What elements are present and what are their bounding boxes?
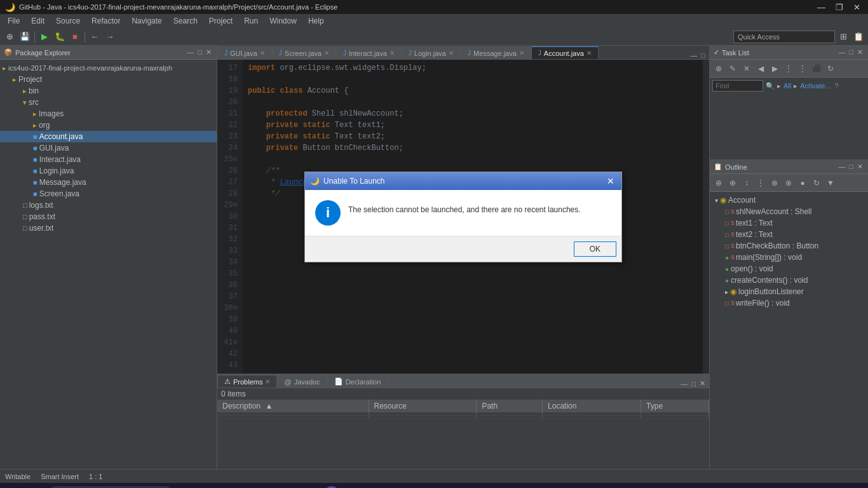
outline-item-text1[interactable]: □ S text1 : Text [710, 217, 868, 229]
tree-item-accountjava[interactable]: ■ Account.java [0, 131, 217, 142]
task-btn-7[interactable]: ⋮ [796, 62, 809, 75]
maximize-bottom-button[interactable]: □ [690, 380, 697, 388]
tree-item-guijava[interactable]: ■ GUI.java [0, 142, 217, 154]
task-btn-9[interactable]: ↻ [824, 62, 837, 75]
tab-close-icon[interactable]: ✕ [324, 50, 329, 57]
tab-guijava[interactable]: J GUI.java ✕ [217, 46, 272, 59]
outline-item-open[interactable]: ● open() : void [710, 263, 868, 274]
dialog-close-button[interactable]: ✕ [605, 176, 616, 186]
menu-navigate[interactable]: Navigate [126, 15, 166, 27]
outline-btn-5[interactable]: ⊗ [768, 177, 781, 189]
menu-project[interactable]: Project [204, 15, 238, 27]
tab-javadoc[interactable]: @ Javadoc [277, 375, 327, 388]
tree-item-org[interactable]: ▸ org [0, 119, 217, 131]
menu-refactor[interactable]: Refactor [86, 15, 125, 27]
tree-item-interactjava[interactable]: ■ Interact.java [0, 154, 217, 165]
tree-item-bin[interactable]: ▸ bin [0, 85, 217, 97]
close-button[interactable]: ✕ [851, 3, 863, 12]
outline-item-shl[interactable]: □ S shlNewAccount : Shell [710, 206, 868, 217]
stop-button[interactable]: ■ [68, 30, 82, 44]
close-panel-button[interactable]: ✕ [205, 48, 213, 57]
run-button[interactable]: ▶ [37, 30, 51, 44]
maximize-outline-button[interactable]: □ [848, 163, 855, 171]
maximize-task-button[interactable]: □ [848, 48, 855, 57]
task-help-icon[interactable]: ? [835, 82, 839, 90]
tab-screenjava[interactable]: J Screen.java ✕ [272, 46, 336, 59]
outline-item-main[interactable]: ● S main(String[]) : void [710, 252, 868, 263]
tree-item-messagejava[interactable]: ■ Message.java [0, 177, 217, 188]
tab-interactjava[interactable]: J Interact.java ✕ [336, 46, 402, 59]
task-btn-8[interactable]: ⬛ [810, 62, 823, 75]
tab-accountjava[interactable]: J Account.java ✕ [531, 46, 599, 59]
tab-close-icon[interactable]: ✕ [390, 50, 395, 57]
task-activate-label[interactable]: Activate... [800, 82, 831, 90]
maximize-button[interactable]: ❐ [833, 3, 846, 12]
outline-btn-9[interactable]: ▼ [824, 177, 837, 189]
task-btn-6[interactable]: ⋮ [782, 62, 795, 75]
minimize-bottom-button[interactable]: — [679, 380, 689, 388]
tree-item-screenjava[interactable]: ■ Screen.java [0, 188, 217, 200]
outline-btn-7[interactable]: ● [796, 177, 809, 189]
quick-access-box[interactable]: Quick Access [733, 30, 835, 43]
tree-item-project[interactable]: ▸ Project [0, 74, 217, 85]
menu-source[interactable]: Source [51, 15, 85, 27]
tab-messagejava[interactable]: J Message.java ✕ [461, 46, 531, 59]
task-all-label[interactable]: All [783, 82, 791, 90]
task-btn-4[interactable]: ◀ [754, 62, 767, 75]
menu-help[interactable]: Help [303, 15, 329, 27]
maximize-editor-button[interactable]: □ [700, 51, 707, 59]
outline-btn-2[interactable]: ⊕ [726, 177, 739, 189]
tab-close-icon[interactable]: ✕ [587, 50, 592, 57]
outline-item-createcontents[interactable]: ● createContents() : void [710, 274, 868, 286]
close-bottom-button[interactable]: ✕ [698, 379, 707, 388]
task-btn-5[interactable]: ▶ [768, 62, 781, 75]
tab-loginjava[interactable]: J Login.java ✕ [402, 46, 461, 59]
menu-run[interactable]: Run [239, 15, 263, 27]
tree-item-root[interactable]: ▸ ics4uo-2017-final-project-mevanrajakar… [0, 62, 217, 74]
task-btn-2[interactable]: ✎ [726, 62, 739, 75]
tree-item-logstxt[interactable]: □ logs.txt [0, 200, 217, 211]
tab-problems[interactable]: ⚠ Problems ✕ [217, 375, 277, 388]
tree-item-usertxt[interactable]: □ user.txt [0, 222, 217, 234]
minimize-panel-button[interactable]: — [186, 48, 195, 57]
menu-window[interactable]: Window [264, 15, 302, 27]
close-outline-button[interactable]: ✕ [856, 163, 864, 171]
tree-item-src[interactable]: ▾ src [0, 97, 217, 108]
tab-close-icon[interactable]: ✕ [519, 50, 524, 57]
perspective-list-button[interactable]: 📋 [851, 30, 865, 44]
minimize-button[interactable]: — [815, 3, 828, 12]
task-btn-3[interactable]: ✕ [740, 62, 753, 75]
tab-close-icon[interactable]: ✕ [265, 378, 270, 385]
outline-btn-1[interactable]: ⊕ [712, 177, 725, 189]
minimize-editor-button[interactable]: — [689, 51, 698, 59]
minimize-task-button[interactable]: — [837, 48, 846, 57]
outline-item-text2[interactable]: □ S text2 : Text [710, 229, 868, 240]
outline-item-btn[interactable]: □ S btnCheckButton : Button [710, 240, 868, 252]
outline-item-writefile[interactable]: □ S writeFile() : void [710, 297, 868, 309]
tab-close-icon[interactable]: ✕ [449, 50, 454, 57]
outline-item-loginlistener[interactable]: ▸ ◉ loginButtonListener [710, 286, 868, 297]
tree-item-loginjava[interactable]: ■ Login.java [0, 165, 217, 177]
menu-search[interactable]: Search [168, 15, 203, 27]
sort-icon[interactable]: ▲ [265, 402, 273, 410]
outline-item-account[interactable]: ▾ ◉ Account [710, 194, 868, 206]
debug-button[interactable]: 🐛 [53, 30, 67, 44]
menu-file[interactable]: File [3, 15, 25, 27]
outline-btn-3[interactable]: ↕ [740, 177, 753, 189]
forward-button[interactable]: → [103, 30, 117, 44]
outline-btn-4[interactable]: ⋮ [754, 177, 767, 189]
tree-item-passtxt[interactable]: □ pass.txt [0, 211, 217, 222]
task-btn-1[interactable]: ⊕ [712, 62, 725, 75]
tab-close-icon[interactable]: ✕ [260, 50, 265, 57]
outline-btn-6[interactable]: ⊗ [782, 177, 795, 189]
tab-declaration[interactable]: 📄 Declaration [327, 375, 388, 388]
tree-item-images[interactable]: ▸ Images [0, 108, 217, 119]
dialog-ok-button[interactable]: OK [574, 241, 616, 257]
new-button[interactable]: ⊕ [3, 30, 17, 44]
outline-btn-8[interactable]: ↻ [810, 177, 823, 189]
back-button[interactable]: ← [88, 30, 102, 44]
task-find-input[interactable] [712, 80, 763, 92]
open-perspective-button[interactable]: ⊞ [836, 30, 850, 44]
save-button[interactable]: 💾 [18, 30, 32, 44]
close-task-button[interactable]: ✕ [856, 48, 864, 57]
